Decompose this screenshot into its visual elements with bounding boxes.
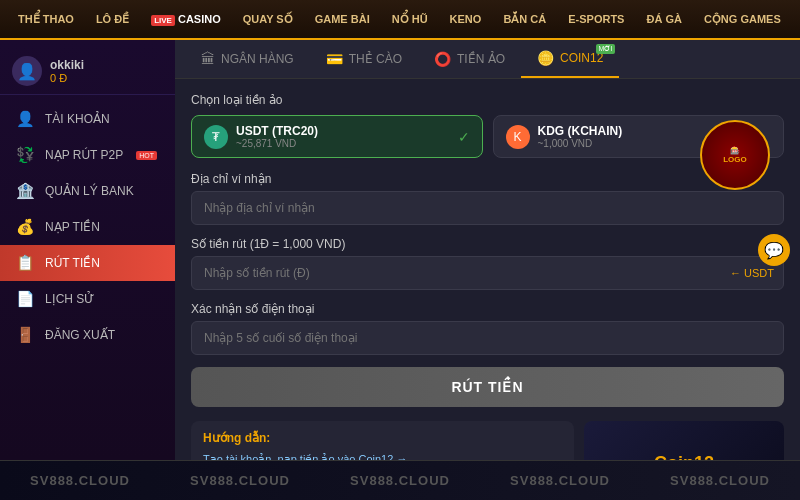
usdt-details: USDT (TRC20) ~25,871 VND [236,124,450,149]
nav-item-lode[interactable]: LÔ ĐỀ [86,7,139,32]
user-details: okkiki 0 Đ [50,58,84,84]
bottom-brand-2: SV888.CLOUD [190,473,290,488]
main-layout: 👤 okkiki 0 Đ 👤 TÀI KHOẢN 💱 NẠP RÚT P2P H… [0,40,800,460]
sidebar-item-naptien[interactable]: 💰 NẠP TIỀN [0,209,175,245]
tab-label-tienao: TIỀN ẢO [457,52,505,66]
logout-icon: 🚪 [15,326,35,344]
guide-link-1[interactable]: Tạo tài khoản, nạp tiền ảo vào Coin12 [203,453,562,460]
crypto-tab-icon: ⭕ [434,51,451,67]
bottom-brand-1: SV888.CLOUD [30,473,130,488]
sidebar-label-lichsu: LỊCH SỬ [45,292,94,306]
sidebar-item-naprutP2P[interactable]: 💱 NẠP RÚT P2P HOT [0,137,175,173]
usdt-rate: ~25,871 VND [236,138,450,149]
amount-group: Số tiền rút (1Đ = 1,000 VND) ← USDT [191,237,784,290]
brand-logo-overlay: 🎰LOGO [700,120,770,190]
top-navigation: THỂ THAO LÔ ĐỀ LIVECASINO QUAY SỐ GAME B… [0,0,800,40]
sidebar-label-naptien: NẠP TIỀN [45,220,100,234]
sidebar-item-ruttien[interactable]: 📋 RÚT TIỀN [0,245,175,281]
avatar: 👤 [12,56,42,86]
new-badge: MỚI [596,44,616,54]
sidebar: 👤 okkiki 0 Đ 👤 TÀI KHOẢN 💱 NẠP RÚT P2P H… [0,40,175,460]
nav-item-daga[interactable]: ĐÁ GÀ [636,7,691,31]
withdraw-icon: 📋 [15,254,35,272]
address-label: Địa chỉ ví nhận [191,172,784,186]
bottom-bar: SV888.CLOUD SV888.CLOUD SV888.CLOUD SV88… [0,460,800,500]
sidebar-label-naprut: NẠP RÚT P2P [45,148,123,162]
nav-item-banca[interactable]: BẮN CÁ [493,7,556,32]
hot-badge: HOT [136,151,157,160]
bank-tab-icon: 🏛 [201,51,215,67]
sidebar-item-dangxuat[interactable]: 🚪 ĐĂNG XUẤT [0,317,175,353]
bottom-brand-5: SV888.CLOUD [670,473,770,488]
sub-tabs: 🏛 NGÂN HÀNG 💳 THẺ CÀO ⭕ TIỀN ẢO MỚI 🪙 CO… [175,40,800,79]
user-balance: 0 Đ [50,72,84,84]
guide-left-panel: Hướng dẫn: Tạo tài khoản, nạp tiền ảo và… [191,421,574,460]
address-input[interactable] [191,191,784,225]
currency-usdt[interactable]: ₮ USDT (TRC20) ~25,871 VND ✓ [191,115,483,158]
guide-right-panel: Coin12 An toàn, bảo mật, nhanh chóng rút… [584,421,784,460]
submit-button[interactable]: RÚT TIỀN [191,367,784,407]
account-icon: 👤 [15,110,35,128]
coin12-tab-icon: 🪙 [537,50,554,66]
chat-button[interactable]: 💬 [758,234,790,266]
tab-label-nganhang: NGÂN HÀNG [221,52,294,66]
bottom-brand-4: SV888.CLOUD [510,473,610,488]
kdg-icon: K [506,125,530,149]
brand-logo-text: 🎰LOGO [723,146,747,164]
sidebar-label-taikhoan: TÀI KHOẢN [45,112,110,126]
amount-label: Số tiền rút (1Đ = 1,000 VND) [191,237,784,251]
username: okkiki [50,58,84,72]
nav-item-thethao[interactable]: THỂ THAO [8,7,84,32]
deposit-icon: 💰 [15,218,35,236]
nav-item-esports[interactable]: E-SPORTS [558,7,634,31]
history-icon: 📄 [15,290,35,308]
tab-nganhang[interactable]: 🏛 NGÂN HÀNG [185,40,310,78]
address-group: Địa chỉ ví nhận [191,172,784,225]
nav-item-keno[interactable]: KENO [440,7,492,31]
tab-thecao[interactable]: 💳 THẺ CÀO [310,40,418,78]
sidebar-item-lichsu[interactable]: 📄 LỊCH SỬ [0,281,175,317]
coin12-logo: Coin12 [654,453,714,461]
bank-icon: 🏦 [15,182,35,200]
amount-suffix: ← USDT [730,267,774,279]
sidebar-label-dangxuat: ĐĂNG XUẤT [45,328,115,342]
phone-group: Xác nhận số điện thoại [191,302,784,355]
phone-input[interactable] [191,321,784,355]
nav-item-casino[interactable]: LIVECASINO [141,7,231,31]
check-icon: ✓ [458,129,470,145]
nav-item-nohu[interactable]: NỔ HŨ [382,7,438,32]
p2p-icon: 💱 [15,146,35,164]
sidebar-label-quanlybank: QUẢN LÝ BANK [45,184,134,198]
usdt-name: USDT (TRC20) [236,124,450,138]
guide-title: Hướng dẫn: [203,431,562,445]
bottom-brand-3: SV888.CLOUD [350,473,450,488]
live-badge: LIVE [151,15,175,26]
sidebar-item-taikhoan[interactable]: 👤 TÀI KHOẢN [0,101,175,137]
nav-item-gamebai[interactable]: GAME BÀI [305,7,380,31]
sidebar-label-ruttien: RÚT TIỀN [45,256,100,270]
sidebar-item-quanlybank[interactable]: 🏦 QUẢN LÝ BANK [0,173,175,209]
phone-label: Xác nhận số điện thoại [191,302,784,316]
nav-item-quayso[interactable]: QUAY SỐ [233,7,303,32]
amount-input-wrapper: ← USDT [191,256,784,290]
guide-section: Hướng dẫn: Tạo tài khoản, nạp tiền ảo và… [191,421,784,460]
user-info: 👤 okkiki 0 Đ [0,48,175,95]
amount-input[interactable] [191,256,784,290]
currency-section-label: Chọn loại tiền ảo [191,93,784,107]
content-area: 🏛 NGÂN HÀNG 💳 THẺ CÀO ⭕ TIỀN ẢO MỚI 🪙 CO… [175,40,800,460]
nav-item-conggames[interactable]: CỘNG GAMES [694,7,791,32]
card-tab-icon: 💳 [326,51,343,67]
tab-tienao[interactable]: ⭕ TIỀN ẢO [418,40,521,78]
tab-label-thecao: THẺ CÀO [349,52,402,66]
tab-coin12[interactable]: MỚI 🪙 COIN12 [521,40,619,78]
usdt-icon: ₮ [204,125,228,149]
currency-options: ₮ USDT (TRC20) ~25,871 VND ✓ K KDG (KCHA… [191,115,784,158]
